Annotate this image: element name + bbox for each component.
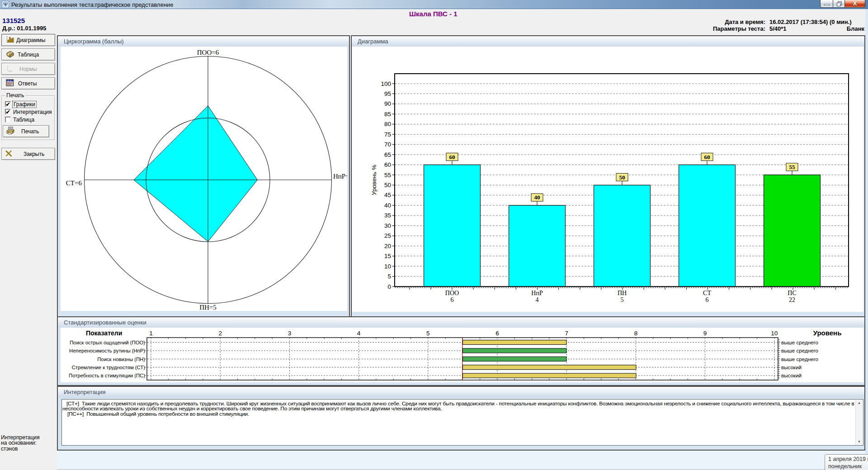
svg-text:Уровень %: Уровень % (371, 164, 377, 195)
svg-text:ПН=5: ПН=5 (199, 304, 217, 311)
svg-text:4: 4 (536, 296, 539, 303)
svg-text:2: 2 (218, 330, 222, 337)
svg-text:20: 20 (384, 243, 391, 249)
svg-text:50: 50 (619, 174, 625, 181)
svg-text:Уровень: Уровень (813, 329, 842, 337)
svg-text:высокий: высокий (781, 372, 802, 378)
svg-text:40: 40 (534, 194, 540, 201)
svg-text:выше среднего: выше среднего (781, 348, 818, 353)
svg-text:5: 5 (387, 273, 391, 280)
svg-text:60: 60 (704, 154, 710, 160)
svg-text:выше среднего: выше среднего (781, 339, 818, 345)
svg-text:3: 3 (288, 330, 292, 337)
svg-text:ПН: ПН (618, 290, 627, 296)
svg-text:6: 6 (495, 330, 499, 337)
svg-text:НпР=4: НпР=4 (333, 173, 347, 180)
svg-text:65: 65 (384, 151, 391, 158)
svg-text:45: 45 (384, 192, 391, 198)
svg-text:НпР: НпР (531, 290, 543, 296)
svg-text:100: 100 (381, 80, 391, 87)
svg-text:40: 40 (384, 202, 391, 209)
svg-text:22: 22 (789, 296, 795, 303)
svg-text:25: 25 (384, 232, 391, 239)
svg-text:60: 60 (384, 161, 391, 168)
svg-text:высокий: высокий (781, 364, 802, 370)
svg-text:Поиск острых ощущений (ПОО): Поиск острых ощущений (ПОО) (70, 340, 145, 345)
svg-text:55: 55 (384, 172, 391, 179)
svg-text:Потребность в стимуляции (ПС): Потребность в стимуляции (ПС) (69, 373, 145, 378)
svg-text:15: 15 (384, 253, 391, 259)
svg-text:5: 5 (621, 296, 624, 303)
svg-text:75: 75 (384, 131, 391, 138)
svg-text:0: 0 (387, 283, 391, 290)
svg-text:9: 9 (703, 330, 707, 337)
svg-text:ПОО: ПОО (445, 290, 459, 296)
svg-text:ПС: ПС (788, 290, 796, 296)
svg-text:30: 30 (384, 222, 391, 229)
svg-text:70: 70 (384, 141, 391, 148)
svg-text:4: 4 (357, 330, 361, 337)
svg-text:90: 90 (384, 100, 391, 107)
svg-text:6: 6 (706, 296, 709, 303)
svg-text:Поиск новизны (ПН): Поиск новизны (ПН) (97, 357, 145, 362)
svg-text:10: 10 (384, 263, 391, 270)
svg-text:6: 6 (451, 296, 454, 303)
svg-text:1: 1 (149, 330, 153, 337)
svg-text:ПОО=6: ПОО=6 (197, 49, 219, 56)
svg-text:Стремление к трудностям (СТ): Стремление к трудностям (СТ) (72, 365, 146, 370)
svg-text:7: 7 (565, 330, 568, 337)
svg-text:СТ=6: СТ=6 (66, 179, 82, 187)
svg-text:95: 95 (384, 90, 391, 97)
svg-text:выше среднего: выше среднего (781, 356, 818, 362)
svg-text:55: 55 (789, 164, 796, 170)
svg-text:8: 8 (634, 330, 638, 337)
svg-text:50: 50 (384, 182, 391, 188)
svg-text:Непереносимость рутины (НпР): Непереносимость рутины (НпР) (69, 348, 145, 353)
svg-text:35: 35 (384, 212, 391, 219)
svg-text:СТ: СТ (703, 290, 711, 296)
svg-text:Показатели: Показатели (86, 329, 122, 337)
svg-text:60: 60 (449, 154, 455, 160)
svg-text:10: 10 (771, 330, 778, 337)
svg-text:80: 80 (384, 121, 391, 127)
svg-text:5: 5 (426, 330, 430, 337)
svg-text:85: 85 (384, 111, 391, 118)
